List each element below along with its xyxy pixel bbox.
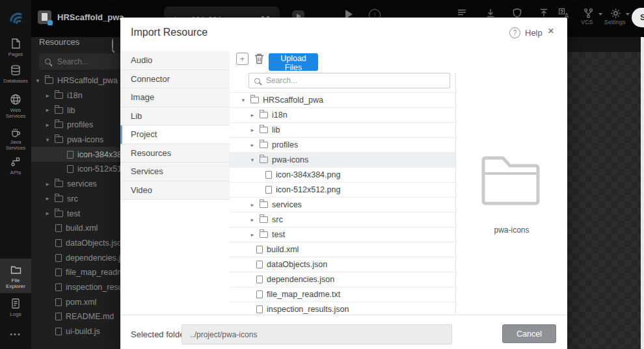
settings-label: Settings xyxy=(604,19,626,25)
caret-down-icon[interactable] xyxy=(34,78,41,84)
chevron-down-icon[interactable] xyxy=(598,13,602,16)
caret-right-icon[interactable] xyxy=(44,211,51,216)
tree-row[interactable]: build.xml xyxy=(230,242,455,257)
app-screen: HRScaffold_pwa icon-384x384.png A xyxy=(0,0,644,349)
sidebar-item-pages[interactable]: Pages xyxy=(0,38,31,57)
file-icon xyxy=(265,186,272,194)
outline-icon[interactable] xyxy=(457,8,467,18)
tree-row[interactable]: lib xyxy=(230,122,455,137)
delete-icon[interactable] xyxy=(254,53,264,64)
folder-icon xyxy=(55,92,63,99)
tree-row[interactable]: icon-384x384.png xyxy=(230,167,455,182)
gear-icon[interactable] xyxy=(610,8,621,19)
category-image[interactable]: Image xyxy=(120,88,230,107)
category-connector[interactable]: Connector xyxy=(120,70,230,89)
caret-right-icon[interactable] xyxy=(44,93,51,99)
sidebar-item-web-services[interactable]: Web Services xyxy=(0,94,31,119)
folder-icon xyxy=(250,97,259,103)
help-button[interactable]: Help xyxy=(509,27,543,38)
vcs-branch-icon[interactable] xyxy=(583,8,594,19)
preview-caption: pwa-icons xyxy=(456,226,567,235)
dialog-search-input[interactable] xyxy=(265,75,444,86)
folder-icon xyxy=(55,136,63,143)
folder-icon xyxy=(260,201,268,208)
file-icon xyxy=(256,276,263,283)
caret-right-icon[interactable] xyxy=(44,107,51,113)
share-button[interactable]: S xyxy=(632,8,644,27)
caret-down-icon[interactable] xyxy=(44,137,51,143)
file-icon xyxy=(55,224,62,232)
caret-down-icon[interactable] xyxy=(249,157,256,163)
tree-row[interactable]: inspection_results.json xyxy=(230,302,455,314)
folder-icon xyxy=(55,122,63,128)
category-resources[interactable]: Resources xyxy=(120,144,230,163)
caret-right-icon[interactable] xyxy=(249,217,256,223)
close-icon[interactable] xyxy=(548,25,554,38)
project-icon xyxy=(38,10,51,24)
project-chip[interactable]: HRScaffold_pwa xyxy=(38,10,124,24)
add-folder-button[interactable] xyxy=(236,53,248,65)
file-icon xyxy=(67,165,74,173)
sidebar-item-databases[interactable]: Databases xyxy=(0,64,31,84)
dialog-search xyxy=(248,73,450,88)
tree-row[interactable]: dataObjects.json xyxy=(230,257,455,272)
caret-right-icon[interactable] xyxy=(44,181,51,187)
caret-right-icon[interactable] xyxy=(249,232,256,238)
tree-row[interactable]: src xyxy=(230,212,455,227)
tree-row[interactable]: profiles xyxy=(230,137,455,152)
upload-files-button[interactable]: Upload Files xyxy=(269,53,318,71)
category-project-selected[interactable]: Project xyxy=(120,125,230,144)
footer-divider xyxy=(120,315,567,315)
selected-folder-input[interactable] xyxy=(181,324,452,344)
folder-icon xyxy=(260,142,268,148)
preview-divider xyxy=(455,73,456,314)
tree-row[interactable]: dependencies.json xyxy=(230,272,455,287)
folder-icon xyxy=(260,127,268,133)
file-icon xyxy=(55,328,62,335)
tree-row[interactable]: i18n xyxy=(230,107,455,122)
category-audio[interactable]: Audio xyxy=(120,51,230,70)
sidebar-item-file-explorer[interactable]: File Explorer xyxy=(0,259,31,293)
tree-row[interactable]: icon-512x512.png xyxy=(230,182,455,197)
database-icon xyxy=(10,64,21,76)
app-logo-icon[interactable] xyxy=(6,8,25,28)
caret-right-icon[interactable] xyxy=(44,196,51,201)
coffee-cup-icon xyxy=(10,125,21,137)
category-services[interactable]: Services xyxy=(120,162,230,181)
caret-right-icon[interactable] xyxy=(249,202,256,208)
right-scrollbar[interactable] xyxy=(641,37,644,349)
folder-icon xyxy=(45,77,53,84)
category-video[interactable]: Video xyxy=(120,181,230,200)
sidebar-item-apis[interactable]: APIs xyxy=(0,156,31,175)
file-icon xyxy=(55,254,62,262)
sidebar-item-logs[interactable]: Logs xyxy=(0,298,31,317)
file-icon xyxy=(256,261,263,268)
folder-icon xyxy=(260,157,268,163)
import-resource-dialog: Import Resource Help Audio Connector Ima… xyxy=(120,18,567,349)
chevron-down-icon[interactable] xyxy=(626,13,630,16)
download-icon[interactable] xyxy=(485,8,496,18)
tree-row[interactable]: services xyxy=(230,197,455,212)
file-icon xyxy=(55,283,62,291)
folder-icon xyxy=(55,107,63,114)
search-icon[interactable] xyxy=(112,38,113,51)
tree-row[interactable]: HRScaffold_pwa xyxy=(230,92,455,107)
caret-right-icon[interactable] xyxy=(249,142,256,148)
caret-right-icon[interactable] xyxy=(249,112,256,118)
shield-icon[interactable] xyxy=(512,8,522,18)
caret-down-icon[interactable] xyxy=(240,97,247,103)
page-icon xyxy=(10,38,21,49)
more-menu-icon[interactable] xyxy=(0,330,31,338)
tree-row-selected[interactable]: pwa-icons xyxy=(230,152,455,167)
caret-right-icon[interactable] xyxy=(249,127,256,133)
sidebar-item-java-services[interactable]: Java Services xyxy=(0,125,31,151)
category-lib[interactable]: Lib xyxy=(120,107,230,126)
upload-icon[interactable] xyxy=(539,8,549,18)
cancel-button[interactable]: Cancel xyxy=(502,324,556,343)
question-circle-icon xyxy=(509,27,520,38)
resources-panel-title: Resources xyxy=(39,37,79,47)
file-icon xyxy=(55,313,62,320)
caret-right-icon[interactable] xyxy=(44,122,51,128)
tree-row[interactable]: file_map_readme.txt xyxy=(230,287,455,302)
tree-row[interactable]: test xyxy=(230,227,455,242)
